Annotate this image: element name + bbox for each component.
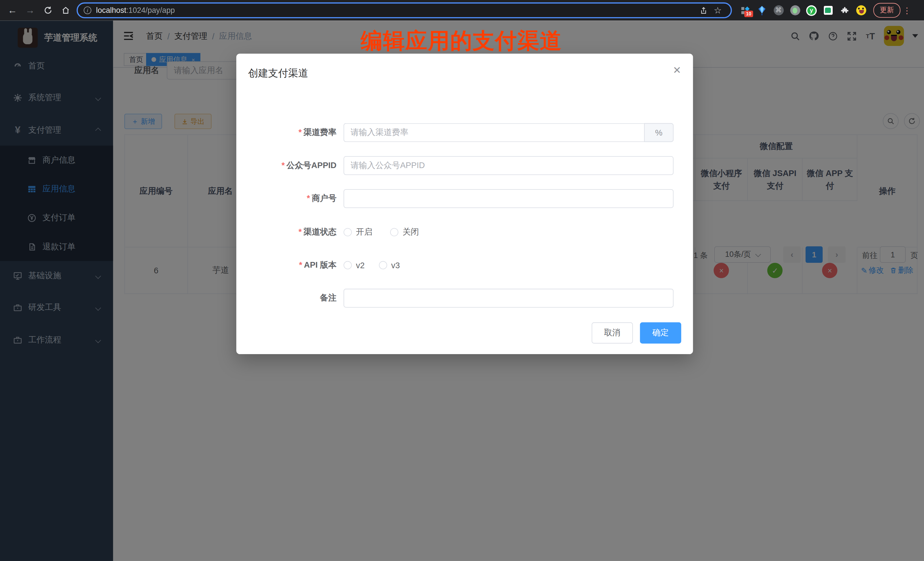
app-page: 芋道管理系统 首页 系统管理 ¥ 支付管理 (0, 21, 924, 561)
extension-badge: 10 (744, 10, 753, 17)
extension-puzzle-icon[interactable] (839, 5, 850, 16)
browser-extensions: 10 ⌘ y (740, 5, 866, 16)
form-row-status: *渠道状态 开启 关闭 (236, 223, 693, 242)
bookmark-star-icon[interactable]: ☆ (711, 2, 725, 18)
status-radio-open[interactable]: 开启 (344, 227, 372, 237)
extension-chat-icon[interactable] (823, 5, 833, 16)
url-path: :1024/pay/app (126, 6, 175, 15)
browser-menu-icon[interactable]: ⋮ (903, 6, 911, 15)
form-row-appid: *公众号APPID 请输入公众号APPID (236, 156, 693, 175)
browser-chrome: ← → i localhost:1024/pay/app ☆ 10 (0, 0, 924, 21)
form-row-remark: 备注 (236, 289, 693, 308)
confirm-button[interactable]: 确定 (640, 322, 681, 344)
browser-update-button[interactable]: 更新 (873, 3, 900, 18)
form-row-rate: *渠道费率 请输入渠道费率 % (236, 123, 693, 142)
remark-label: 备注 (320, 293, 336, 302)
extension-y-icon[interactable]: y (806, 5, 817, 16)
cancel-button[interactable]: 取消 (591, 322, 633, 344)
form-row-merchant: *商户号 (236, 189, 693, 208)
status-radio-close[interactable]: 关闭 (390, 227, 419, 237)
rate-input[interactable]: 请输入渠道费率 (344, 123, 644, 142)
form-row-api: *API 版本 v2 v3 (236, 256, 693, 274)
merchant-input[interactable] (344, 189, 674, 208)
rate-suffix: % (644, 123, 674, 142)
dialog-title: 创建支付渠道 (248, 66, 308, 80)
api-version-label: API 版本 (304, 260, 336, 269)
api-radio-v2[interactable]: v2 (344, 261, 365, 270)
browser-home-icon[interactable] (57, 2, 74, 18)
rate-label: 渠道费率 (304, 127, 337, 136)
extension-emoji-icon[interactable] (855, 5, 866, 16)
extension-balloon-icon[interactable] (757, 5, 767, 16)
url-host: localhost (96, 6, 126, 15)
api-radio-v3[interactable]: v3 (379, 261, 400, 270)
appid-label: 公众号APPID (286, 160, 336, 170)
url-bar[interactable]: i localhost:1024/pay/app ☆ (76, 2, 732, 18)
merchant-label: 商户号 (312, 193, 336, 202)
extension-diamond-icon[interactable]: 10 (740, 5, 751, 16)
extension-record-icon[interactable] (790, 5, 800, 16)
browser-reload-icon[interactable] (39, 2, 57, 18)
close-icon[interactable]: ✕ (673, 65, 681, 75)
status-label: 渠道状态 (304, 227, 337, 236)
radio-icon (390, 228, 398, 236)
extension-command-icon[interactable]: ⌘ (773, 5, 784, 16)
radio-icon (344, 261, 352, 269)
share-icon[interactable] (697, 2, 711, 18)
radio-icon (344, 228, 352, 236)
browser-back-icon[interactable]: ← (3, 2, 21, 18)
radio-icon (379, 261, 387, 269)
screen: ← → i localhost:1024/pay/app ☆ 10 (0, 0, 924, 561)
annotation-text: 编辑应用的支付渠道 (361, 27, 562, 56)
site-info-icon[interactable]: i (84, 7, 92, 14)
browser-forward-icon[interactable]: → (21, 2, 39, 18)
appid-input[interactable]: 请输入公众号APPID (344, 156, 674, 175)
create-pay-channel-dialog: 创建支付渠道 ✕ *渠道费率 请输入渠道费率 % *公众号APPID 请输入公众… (236, 54, 693, 354)
remark-input[interactable] (344, 289, 674, 308)
